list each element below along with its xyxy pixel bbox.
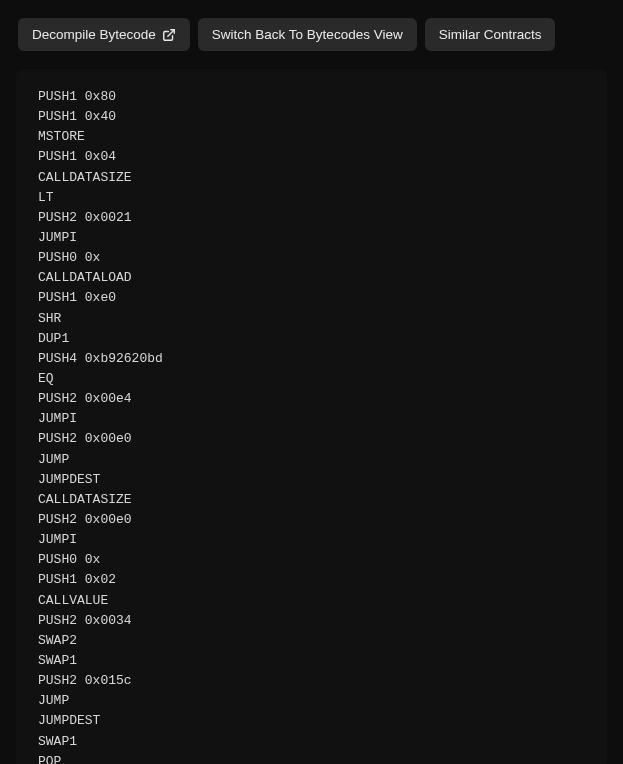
code-line: PUSH2 0x0021 <box>38 208 589 228</box>
code-line: JUMPI <box>38 530 589 550</box>
code-line: CALLDATASIZE <box>38 168 589 188</box>
similar-contracts-label: Similar Contracts <box>439 27 542 42</box>
code-line: PUSH1 0x40 <box>38 107 589 127</box>
code-line: PUSH1 0x80 <box>38 87 589 107</box>
code-line: SWAP2 <box>38 631 589 651</box>
code-line: SHR <box>38 309 589 329</box>
code-line: POP <box>38 752 589 764</box>
decompile-button[interactable]: Decompile Bytecode <box>18 18 190 51</box>
code-line: SWAP1 <box>38 732 589 752</box>
code-line: PUSH1 0x02 <box>38 570 589 590</box>
code-line: PUSH1 0xe0 <box>38 288 589 308</box>
code-line: PUSH2 0x00e4 <box>38 389 589 409</box>
code-line: PUSH2 0x0034 <box>38 611 589 631</box>
similar-contracts-button[interactable]: Similar Contracts <box>425 18 556 51</box>
code-line: CALLVALUE <box>38 591 589 611</box>
svg-line-0 <box>168 29 174 35</box>
code-line: PUSH4 0xb92620bd <box>38 349 589 369</box>
switch-view-button[interactable]: Switch Back To Bytecodes View <box>198 18 417 51</box>
code-line: PUSH0 0x <box>38 550 589 570</box>
external-link-icon <box>162 28 176 42</box>
code-line: DUP1 <box>38 329 589 349</box>
code-line: CALLDATASIZE <box>38 490 589 510</box>
code-line: PUSH2 0x00e0 <box>38 510 589 530</box>
code-line: PUSH2 0x015c <box>38 671 589 691</box>
toolbar: Decompile Bytecode Switch Back To Byteco… <box>0 0 623 65</box>
code-line: MSTORE <box>38 127 589 147</box>
code-listing: PUSH1 0x80PUSH1 0x40MSTOREPUSH1 0x04CALL… <box>38 87 589 764</box>
code-line: PUSH0 0x <box>38 248 589 268</box>
code-line: PUSH1 0x04 <box>38 147 589 167</box>
code-panel: PUSH1 0x80PUSH1 0x40MSTOREPUSH1 0x04CALL… <box>16 69 607 764</box>
code-line: JUMPDEST <box>38 711 589 731</box>
switch-view-label: Switch Back To Bytecodes View <box>212 27 403 42</box>
code-line: JUMP <box>38 450 589 470</box>
code-line: JUMP <box>38 691 589 711</box>
code-line: CALLDATALOAD <box>38 268 589 288</box>
code-line: JUMPI <box>38 409 589 429</box>
code-line: EQ <box>38 369 589 389</box>
decompile-label: Decompile Bytecode <box>32 27 156 42</box>
code-line: JUMPDEST <box>38 470 589 490</box>
code-line: PUSH2 0x00e0 <box>38 429 589 449</box>
code-line: LT <box>38 188 589 208</box>
code-line: SWAP1 <box>38 651 589 671</box>
code-line: JUMPI <box>38 228 589 248</box>
